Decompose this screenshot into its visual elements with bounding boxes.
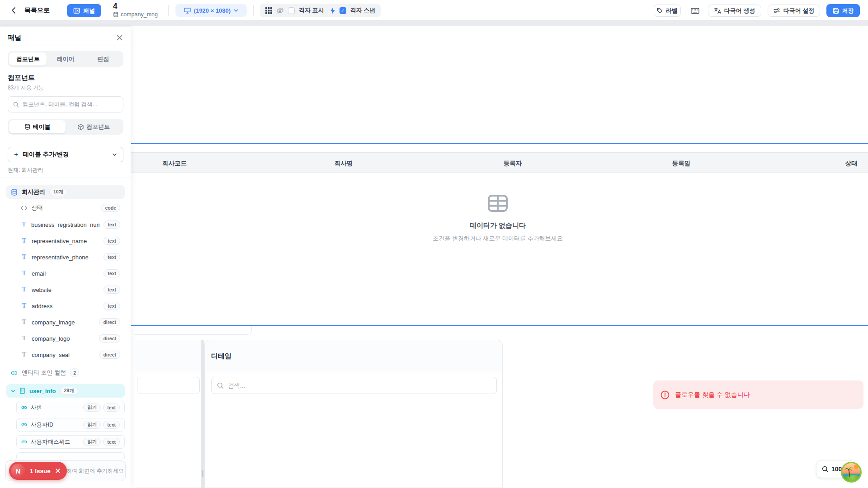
detail-title: 디테일 xyxy=(211,352,231,361)
master-search-box[interactable] xyxy=(137,377,200,394)
type-badge: text xyxy=(104,286,120,294)
database-icon xyxy=(11,189,18,196)
component-search-input[interactable] xyxy=(23,101,118,108)
chevron-down-icon[interactable] xyxy=(11,389,15,393)
panel-toggle-button[interactable]: 패널 xyxy=(67,4,101,17)
label-button-text: 라벨 xyxy=(666,7,678,15)
column-row[interactable]: T address text xyxy=(6,299,125,313)
join-table-count-badge: 29개 xyxy=(60,387,78,395)
tab-edit[interactable]: 편집 xyxy=(85,52,122,66)
panel-resize-handle[interactable] xyxy=(201,340,204,488)
add-table-button[interactable]: + 테이블 추가/변경 xyxy=(8,147,123,162)
column-row[interactable]: T representative_phone text xyxy=(6,250,125,264)
lightning-icon[interactable] xyxy=(330,7,335,14)
label-button[interactable]: 라벨 xyxy=(654,5,681,17)
issue-logo: N xyxy=(11,464,25,478)
source-mode-switch: 테이블 컴포넌트 xyxy=(8,119,123,135)
cube-icon xyxy=(78,124,84,130)
column-row[interactable]: T company_seal direct xyxy=(6,348,125,361)
component-search-box[interactable] xyxy=(8,96,123,113)
components-section-title: 컴포넌트 xyxy=(8,74,35,82)
eye-off-icon[interactable] xyxy=(276,7,284,14)
column-name: email xyxy=(32,270,46,277)
save-button[interactable]: 저장 xyxy=(826,4,860,17)
grid-column-header[interactable]: 회사명 xyxy=(335,160,353,168)
entity-join-section: 엔티티 조인 컬럼 2 xyxy=(6,366,125,380)
join-column-row-clipped[interactable] xyxy=(16,452,125,459)
chevron-down-icon xyxy=(234,9,238,12)
text-type-icon: T xyxy=(21,270,28,277)
save-icon xyxy=(833,8,839,14)
grid-column-header[interactable]: 회사코드 xyxy=(162,160,187,168)
type-badge: text xyxy=(104,221,120,229)
current-table-label: 현재: 회사관리 xyxy=(8,166,43,174)
mode-table-button[interactable]: 테이블 xyxy=(9,120,66,133)
type-badge: text xyxy=(104,269,120,277)
close-icon[interactable] xyxy=(116,34,123,41)
detail-search-input[interactable] xyxy=(228,382,491,389)
grid-footer-strip xyxy=(131,326,252,335)
close-icon[interactable] xyxy=(55,468,61,474)
panel-title: 패널 xyxy=(8,33,21,42)
detail-search-box[interactable] xyxy=(211,377,497,394)
panel-divider xyxy=(0,178,131,178)
join-column-row[interactable]: 사번 읽기 text xyxy=(16,401,125,414)
grid-column-header[interactable]: 상태 xyxy=(845,160,858,168)
page-title: 4 xyxy=(113,2,158,11)
i18n-settings-button[interactable]: 다국어 설정 xyxy=(768,5,820,17)
issue-count-label: 1 Issue xyxy=(30,468,51,474)
back-to-list[interactable]: 목록으로 xyxy=(10,0,50,21)
column-row[interactable]: 상태 code xyxy=(6,201,125,215)
text-type-icon: T xyxy=(21,286,28,293)
grid-column-header[interactable]: 등록자 xyxy=(504,160,522,168)
link-icon xyxy=(21,406,27,409)
type-badge: direct xyxy=(99,351,120,359)
column-row[interactable]: T company_image direct xyxy=(6,315,125,329)
chevron-down-icon xyxy=(112,153,117,156)
join-column-name: 사용자ID xyxy=(31,421,53,429)
column-row[interactable]: T business_registration_numb text xyxy=(6,218,125,231)
panel-tabs: 컴포넌트 레이어 편집 xyxy=(8,51,123,67)
join-table-row-user-info[interactable]: user_info 29개 xyxy=(6,384,125,398)
i18n-generate-button[interactable]: 다국어 생성 xyxy=(708,5,761,17)
keyboard-button[interactable] xyxy=(688,5,702,17)
grid-icon[interactable] xyxy=(265,7,272,14)
join-column-row[interactable]: 사용자패스워드 읽기 text xyxy=(16,435,125,449)
detail-card: 디테일 xyxy=(204,340,503,488)
column-name: address xyxy=(32,303,52,310)
tab-layers[interactable]: 레이어 xyxy=(47,52,84,66)
canvas-background-strip xyxy=(0,21,868,26)
readonly-badge: 읽기 xyxy=(83,421,101,429)
grid-snap-checkbox[interactable]: ✓ xyxy=(340,7,346,14)
mode-table-label: 테이블 xyxy=(33,123,51,131)
column-name: company_image xyxy=(32,319,75,326)
column-row[interactable]: T email text xyxy=(6,267,125,280)
toolbar-divider xyxy=(253,5,254,16)
table-group-row[interactable]: 회사관리 10개 xyxy=(6,185,125,199)
link-icon xyxy=(21,423,27,427)
join-column-row[interactable]: 사용자ID 읽기 text xyxy=(16,418,125,432)
mode-component-button[interactable]: 컴포넌트 xyxy=(66,120,122,133)
join-column-name: 사용자패스워드 xyxy=(31,438,71,446)
tab-components[interactable]: 컴포넌트 xyxy=(9,52,47,66)
flow-error-text: 플로우를 찾을 수 없습니다 xyxy=(675,391,750,399)
issue-badge[interactable]: N 1 Issue xyxy=(9,462,67,480)
components-panel: 패널 컴포넌트 레이어 편집 컴포넌트 83개 사용 가능 테이블 xyxy=(0,26,131,488)
direct-type-icon: T xyxy=(21,335,28,342)
resize-handle-grip xyxy=(202,470,203,477)
grid-column-header[interactable]: 등록일 xyxy=(672,160,691,168)
column-name: 상태 xyxy=(31,204,43,212)
type-badge: text xyxy=(103,438,120,446)
selection-border-bottom xyxy=(131,325,868,326)
master-card-partial xyxy=(135,340,201,488)
tag-icon xyxy=(657,8,663,14)
text-type-icon: T xyxy=(21,253,28,261)
screen-size-dropdown[interactable]: (868 × 488) xyxy=(175,4,247,17)
column-row[interactable]: T website text xyxy=(6,283,125,296)
column-row[interactable]: T company_logo direct xyxy=(6,332,125,345)
island-sticker[interactable] xyxy=(841,462,862,483)
grid-show-checkbox[interactable] xyxy=(288,7,295,14)
sliders-icon xyxy=(774,8,780,14)
column-row[interactable]: T representative_name text xyxy=(6,234,125,248)
database-icon xyxy=(113,12,118,17)
